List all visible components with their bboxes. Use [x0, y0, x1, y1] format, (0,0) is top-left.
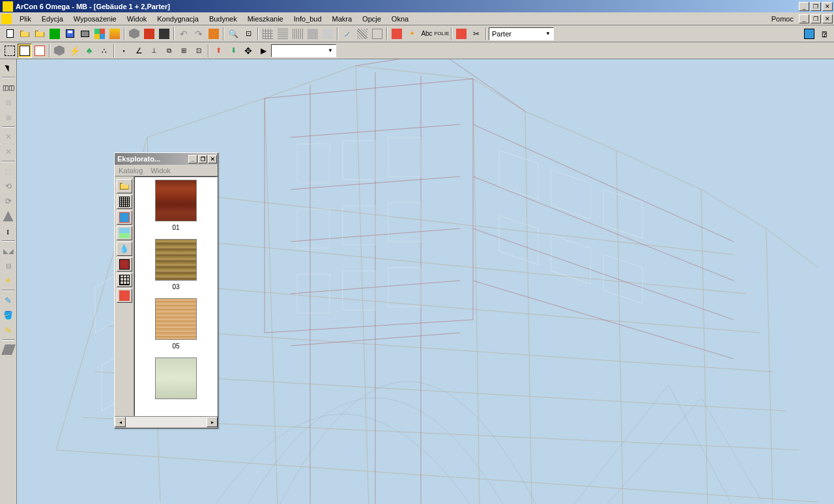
menu-okna[interactable]: Okna: [386, 14, 414, 24]
material-icon[interactable]: [117, 288, 132, 303]
minimize-button[interactable]: _: [799, 2, 809, 11]
undo-button[interactable]: ↶: [177, 27, 191, 41]
explorer-content[interactable]: 01 03 05: [134, 176, 218, 416]
explorer-minimize-button[interactable]: _: [188, 155, 197, 163]
cube-button[interactable]: [52, 44, 66, 58]
object-button[interactable]: [207, 27, 221, 41]
bolt-button[interactable]: ⚡: [67, 44, 81, 58]
mdi-close-button[interactable]: ✕: [822, 14, 833, 23]
grid1-button[interactable]: [261, 27, 275, 41]
spark-button[interactable]: ✦: [405, 27, 419, 41]
import-button[interactable]: [48, 27, 62, 41]
plan-button[interactable]: [33, 44, 47, 58]
texture-icon[interactable]: [117, 210, 132, 225]
explorer-menu-katalog[interactable]: Katalog: [115, 165, 147, 176]
snap4-button[interactable]: ⊡: [192, 44, 206, 58]
up-button[interactable]: ⬆: [211, 44, 225, 58]
menu-opcje[interactable]: Opcje: [357, 14, 386, 24]
explorer-hscrollbar[interactable]: ◂ ▸: [115, 416, 218, 427]
revolve-tool[interactable]: ⟳: [1, 194, 16, 208]
menu-mieszkanie[interactable]: Mieszkanie: [242, 14, 289, 24]
scroll-track[interactable]: [126, 417, 207, 427]
isometric-button[interactable]: [127, 27, 141, 41]
snap2-button[interactable]: ⧉: [162, 44, 176, 58]
hatch-button[interactable]: [355, 27, 369, 41]
book-button[interactable]: [802, 27, 816, 41]
brush-button[interactable]: ⟋: [340, 27, 354, 41]
grid2-button[interactable]: [276, 27, 290, 41]
mdi-maximize-button[interactable]: ❐: [811, 14, 821, 23]
erase-tool[interactable]: [1, 343, 16, 357]
open-button[interactable]: [18, 27, 32, 41]
texture-item[interactable]: [137, 357, 214, 399]
align-tool[interactable]: ⊟: [1, 95, 16, 109]
menu-edycja[interactable]: Edycja: [36, 14, 68, 24]
redo-button[interactable]: ↷: [192, 27, 206, 41]
light-tool[interactable]: ☀: [1, 273, 16, 288]
select-mode-button[interactable]: [3, 44, 17, 58]
texture-item[interactable]: 05: [137, 298, 214, 350]
menu-widok[interactable]: Widok: [122, 14, 152, 24]
explorer-palette[interactable]: Eksplorato... _ ❐ ✕ Katalog Widok 💧 01: [114, 152, 218, 428]
fit-button[interactable]: ⊡: [241, 27, 255, 41]
angle-button[interactable]: ∠: [132, 44, 146, 58]
particle-button[interactable]: ∴: [97, 44, 111, 58]
measure-button[interactable]: ✂: [469, 27, 483, 41]
grid5-button[interactable]: [321, 27, 335, 41]
grid3-button[interactable]: [291, 27, 305, 41]
color-button[interactable]: [390, 27, 404, 41]
landscape-icon[interactable]: [117, 226, 132, 240]
move-button[interactable]: ✥: [241, 44, 255, 58]
cross-tool[interactable]: ✕: [1, 145, 16, 159]
help-button[interactable]: ⍰: [817, 27, 831, 41]
open2-button[interactable]: [33, 27, 47, 41]
mirror-tool[interactable]: ◣◢: [1, 244, 16, 258]
floor-select[interactable]: Parter ▼: [489, 27, 554, 40]
zoom-button[interactable]: 🔍: [226, 27, 240, 41]
camera-button[interactable]: [157, 27, 171, 41]
door-icon[interactable]: [117, 257, 132, 272]
profile-tool[interactable]: ⫿: [1, 224, 16, 238]
folder-icon[interactable]: [117, 179, 132, 193]
dropper-icon[interactable]: 💧: [117, 242, 132, 256]
grid4-button[interactable]: [306, 27, 320, 41]
marker-tool[interactable]: ✎: [1, 323, 16, 337]
grid-icon[interactable]: [117, 195, 132, 209]
explorer-maximize-button[interactable]: ❐: [198, 155, 207, 163]
distribute-tool[interactable]: ⊞: [1, 110, 16, 124]
close-button[interactable]: ✕: [822, 2, 833, 11]
section-tool[interactable]: ⊟: [1, 259, 16, 273]
frame-button[interactable]: [370, 27, 384, 41]
rotate-tool[interactable]: ⟲: [1, 179, 16, 193]
new-button[interactable]: [3, 27, 17, 41]
menu-infobud[interactable]: Info_bud: [289, 14, 327, 24]
window-icon[interactable]: [117, 273, 132, 287]
group-tool[interactable]: ◫◫: [1, 80, 16, 94]
down-button[interactable]: ⬇: [226, 44, 240, 58]
mdi-minimize-button[interactable]: _: [799, 14, 809, 23]
layers-button[interactable]: [108, 27, 122, 41]
cone-tool[interactable]: [1, 209, 16, 223]
save-button[interactable]: [63, 27, 77, 41]
menu-kondygnacja[interactable]: Kondygnacja: [152, 14, 204, 24]
cursor-tool[interactable]: [1, 61, 16, 75]
explorer-titlebar[interactable]: Eksplorato... _ ❐ ✕: [115, 153, 218, 165]
texture-item[interactable]: 03: [137, 239, 214, 290]
walk-button[interactable]: [142, 27, 156, 41]
play-button[interactable]: ▶: [256, 44, 270, 58]
maximize-button[interactable]: ❐: [811, 2, 821, 11]
folie-button[interactable]: FOLIE: [435, 27, 449, 41]
menu-pomoc[interactable]: Pomoc: [766, 14, 799, 24]
scroll-right-button[interactable]: ▸: [207, 417, 218, 427]
menu-budynek[interactable]: Budynek: [204, 14, 242, 24]
fill-tool[interactable]: 🪣: [1, 308, 16, 322]
extrude-tool[interactable]: ⬚: [1, 164, 16, 178]
texture-item[interactable]: 01: [137, 180, 214, 231]
menu-makra[interactable]: Makra: [327, 14, 358, 24]
object-select[interactable]: ▼: [271, 44, 336, 57]
explorer-close-button[interactable]: ✕: [208, 155, 217, 163]
tiles-button[interactable]: [93, 27, 107, 41]
plugin-button[interactable]: [454, 27, 468, 41]
edge-tool[interactable]: ✕: [1, 130, 16, 144]
tree-button[interactable]: ♣: [82, 44, 96, 58]
